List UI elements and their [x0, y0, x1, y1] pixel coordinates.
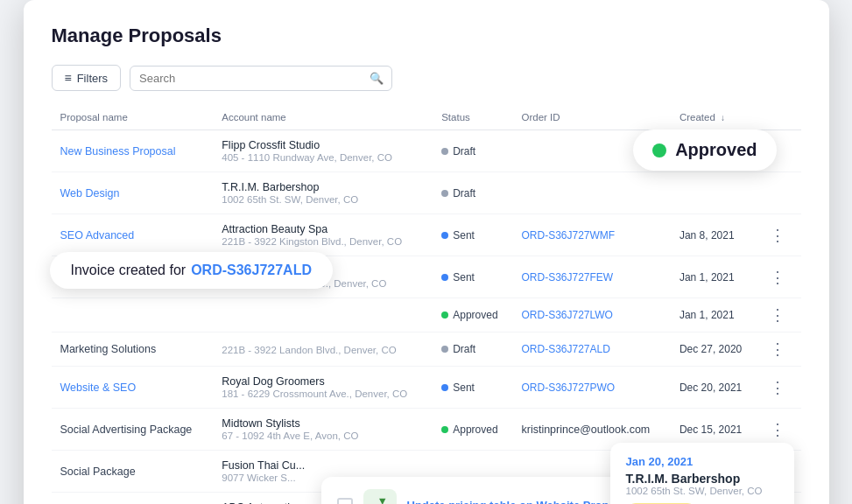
status-cell: Draft: [433, 332, 512, 367]
account-cell: Flipp Crossfit Studio405 - 1110 Rundway …: [213, 130, 433, 172]
due-card: Jan 20, 2021 T.R.I.M. Barbershop 1002 65…: [610, 443, 794, 504]
status-cell: Sent: [433, 256, 512, 298]
created-cell: Jan 1, 2021: [671, 298, 757, 332]
notif-text: Update pricing table on Website Proposal: [407, 498, 632, 504]
proposal-cell: Web Design: [52, 172, 214, 214]
order-cell: [512, 172, 670, 214]
created-cell: [671, 172, 757, 214]
proposal-link[interactable]: Website & SEO: [60, 382, 137, 394]
search-input[interactable]: [130, 66, 392, 91]
status-cell: Sent: [433, 214, 512, 256]
col-actions: [757, 105, 801, 130]
invoice-order-link[interactable]: ORD-S36J727ALD: [191, 262, 312, 278]
search-wrap: 🔍: [130, 66, 392, 91]
proposal-cell: Website: [52, 493, 214, 505]
proposal-cell: Website & SEO: [52, 367, 214, 409]
proposal-link[interactable]: New Business Proposal: [60, 145, 176, 158]
table-row: ApprovedORD-S36J727LWOJan 1, 2021⋮: [52, 298, 801, 332]
order-link[interactable]: ORD-S36J727FEW: [521, 271, 613, 284]
table-row: SEO AdvancedAttraction Beauty Spa221B - …: [52, 214, 801, 256]
col-status: Status: [433, 105, 512, 130]
account-name: Midtown Stylists: [222, 417, 424, 430]
status-dot: [441, 274, 448, 281]
col-account-name: Account name: [213, 105, 433, 130]
order-link[interactable]: ORD-S36J727ALD: [521, 343, 609, 355]
order-cell: ORD-S36J727WMF: [512, 214, 670, 256]
account-cell: T.R.I.M. Barbershop1002 65th St. SW, Den…: [213, 172, 433, 214]
notification-card: Update pricing table on Website Proposal: [321, 477, 648, 504]
status-label: Sent: [453, 382, 475, 394]
table-row: Marketing Solutions221B - 3922 Landon Bl…: [52, 332, 801, 367]
order-link[interactable]: ORD-S36J727LWO: [521, 309, 612, 321]
invoice-tooltip: Invoice created for ORD-S36J727ALD: [50, 252, 333, 289]
more-cell: ⋮: [757, 256, 801, 298]
proposal-cell: New Business Proposal: [52, 130, 214, 172]
account-cell: Attraction Beauty Spa221B - 3922 Kingsto…: [213, 214, 433, 256]
account-name: Fusion Thai Cu...: [222, 459, 424, 472]
proposal-cell: Social Package: [52, 451, 214, 493]
proposal-cell: [52, 298, 214, 332]
due-address: 1002 65th St. SW, Denver, CO: [626, 486, 778, 496]
account-name: Attraction Beauty Spa: [222, 223, 424, 235]
order-link[interactable]: ORD-S36J727PWO: [521, 382, 615, 394]
account-name: Royal Dog Groomers: [222, 375, 424, 388]
more-options-button[interactable]: ⋮: [766, 380, 789, 396]
created-cell: Jan 8, 2021: [671, 214, 757, 256]
status-cell: Draft: [433, 172, 512, 214]
status-dot: [441, 232, 448, 239]
status-cell: Approved: [433, 409, 512, 451]
more-options-button[interactable]: ⋮: [766, 422, 789, 438]
sort-icon: ↓: [721, 113, 725, 122]
proposal-link[interactable]: Web Design: [60, 187, 120, 200]
account-address: 405 - 1110 Rundway Ave, Denver, CO: [222, 152, 424, 163]
svg-marker-1: [379, 499, 385, 504]
status-cell: Approved: [433, 298, 512, 332]
notif-checkbox[interactable]: [337, 498, 353, 504]
created-cell: Jan 1, 2021: [671, 256, 757, 298]
order-link[interactable]: ORD-S36J727WMF: [521, 229, 615, 242]
status-dot: [441, 426, 448, 433]
filter-button[interactable]: ≡ Filters: [52, 65, 122, 91]
toolbar: ≡ Filters 🔍: [52, 65, 801, 91]
status-label: Draft: [453, 187, 475, 200]
account-address: 221B - 3922 Kingston Blvd., Denver, CO: [222, 236, 424, 247]
status-label: Draft: [453, 343, 475, 355]
status-label: Approved: [453, 309, 497, 321]
more-options-button[interactable]: ⋮: [766, 341, 789, 357]
created-cell: Dec 20, 2021: [671, 367, 757, 409]
more-options-button[interactable]: ⋮: [766, 270, 789, 285]
status-cell: Draft: [433, 130, 512, 172]
account-cell: [213, 298, 433, 332]
status-label: Sent: [453, 229, 475, 242]
status-label: Approved: [453, 424, 497, 436]
col-created: Created ↓: [671, 105, 757, 130]
proposal-cell: Marketing Solutions: [52, 332, 214, 367]
status-dot: [441, 190, 448, 197]
account-address: 221B - 3922 Landon Blvd., Denver, CO: [222, 345, 424, 355]
more-options-button[interactable]: ⋮: [766, 307, 789, 323]
proposal-link[interactable]: SEO Advanced: [60, 229, 135, 242]
approved-tooltip: Approved: [633, 130, 776, 171]
status-dot: [441, 384, 448, 391]
page-title: Manage Proposals: [52, 24, 801, 47]
status-label: Sent: [453, 271, 475, 284]
proposal-cell: SEO Advanced: [52, 214, 214, 256]
approved-dot: [652, 144, 666, 158]
more-options-button[interactable]: ⋮: [766, 228, 789, 243]
due-company: T.R.I.M. Barbershop: [626, 472, 778, 486]
approved-label: Approved: [675, 140, 757, 160]
main-window: Manage Proposals ≡ Filters 🔍 Proposal na…: [24, 0, 829, 504]
status-dot: [441, 148, 448, 155]
order-cell: ORD-S36J727FEW: [512, 256, 670, 298]
more-cell: ⋮: [757, 214, 801, 256]
more-cell: [757, 172, 801, 214]
status-dot: [441, 346, 448, 353]
account-address: 67 - 1092 4th Ave E, Avon, CO: [222, 430, 424, 441]
status-dot: [441, 312, 448, 318]
account-name: Flipp Crossfit Studio: [222, 139, 424, 151]
account-address: 1002 65th St. SW, Denver, CO: [222, 194, 424, 205]
more-cell: ⋮: [757, 298, 801, 332]
status-label: Draft: [453, 145, 475, 158]
filter-icon: ≡: [65, 71, 72, 85]
notif-icon: [363, 489, 397, 504]
